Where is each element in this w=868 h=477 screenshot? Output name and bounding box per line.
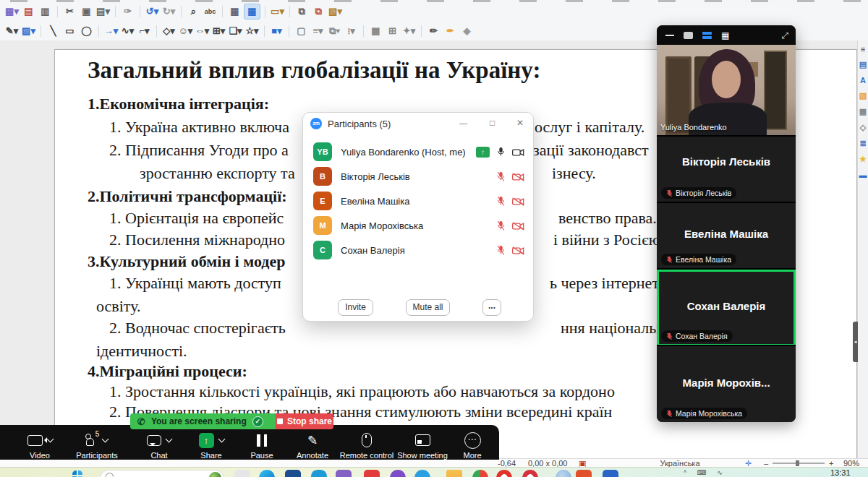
close-icon[interactable]: ✕ (516, 118, 524, 128)
pause-button[interactable]: Pause (237, 431, 287, 460)
table-grid-active-icon[interactable]: ▦ (244, 4, 260, 20)
sidebar-properties-icon[interactable]: ▤ (859, 60, 867, 69)
minimize-icon[interactable]: — (459, 119, 467, 127)
participants-header[interactable]: zm Participants (5) — □ ✕ (303, 113, 533, 134)
annotate-button[interactable]: ✎ Annotate (287, 431, 338, 460)
sidebar-hide-handle[interactable]: ◂ (853, 322, 858, 362)
taskbar-clock[interactable]: 13:31 (830, 468, 851, 477)
strip-view-icon[interactable] (702, 30, 712, 40)
speaker-view-icon[interactable] (684, 32, 693, 39)
clone-formatting-icon[interactable]: ✑ (120, 4, 135, 20)
maximize-icon[interactable]: □ (490, 118, 495, 128)
word-icon[interactable] (603, 470, 618, 477)
chevron-up-icon[interactable] (102, 436, 109, 443)
viber-icon[interactable] (390, 470, 406, 477)
participants-button[interactable]: 5 Participants (68, 431, 126, 460)
insert-text-box-icon[interactable]: ▭▾ (270, 4, 285, 20)
undo-icon[interactable]: ↺▾ (145, 4, 160, 20)
edit-points-icon[interactable]: ✏ (426, 23, 441, 39)
start-button[interactable] (72, 470, 82, 477)
find-replace-icon[interactable]: ⌕ (186, 4, 201, 20)
star-shapes-icon[interactable]: ☆▾ (244, 23, 260, 39)
shadow-icon[interactable]: ▩ (368, 23, 383, 39)
video-tile[interactable]: Марія Морохів... Марія Морохівська (657, 345, 796, 422)
onedrive-icon[interactable] (311, 470, 327, 477)
callout-shapes-icon[interactable]: ❑▾ (228, 23, 243, 39)
edge-icon[interactable] (259, 470, 275, 477)
opera-icon[interactable] (496, 470, 512, 477)
print-icon[interactable]: ▥ (38, 4, 53, 20)
cut-icon[interactable]: ✂ (62, 4, 77, 20)
sidebar-menu-icon[interactable]: ≡ (861, 45, 865, 53)
taskbar-search-box[interactable] (100, 470, 224, 477)
stop-share-button[interactable]: Stop share (276, 413, 333, 429)
distribute-icon[interactable]: ⁝▾ (344, 23, 359, 39)
chevron-up-icon[interactable] (218, 436, 225, 443)
line-arrow-icon[interactable]: →▾ (103, 23, 119, 39)
extrusion-icon[interactable]: ◆ (459, 23, 475, 39)
arrange-icon[interactable]: ⧉▾ (327, 23, 342, 39)
participant-row[interactable]: B Вікторія Леськів (303, 165, 533, 189)
basic-shapes-icon[interactable]: ◇▾ (161, 23, 176, 39)
frame-style-icon[interactable]: ▧▾ (328, 4, 343, 20)
block-arrows-icon[interactable]: ⇔▾ (195, 23, 210, 39)
fill-color-icon[interactable]: ▨▾ (21, 23, 36, 39)
curve-icon[interactable]: ∿▾ (120, 23, 135, 39)
align-objects-icon[interactable]: ≡▾ (310, 23, 326, 39)
globe-app-icon[interactable] (556, 470, 571, 477)
sidebar-gallery-icon[interactable]: ▧ (859, 91, 867, 100)
sidebar-page-icon[interactable]: ▬ (859, 171, 867, 179)
delete-frame-icon[interactable]: ⧉ (311, 4, 326, 20)
expand-video-icon[interactable]: ⤢ (781, 30, 788, 40)
chevron-up-icon[interactable] (166, 436, 173, 443)
chat-button[interactable]: Chat (134, 431, 184, 460)
show-meeting-button[interactable]: Show meeting (390, 431, 455, 460)
insert-frame-icon[interactable]: ⧉ (294, 4, 310, 20)
paste-icon[interactable]: ▤▾ (95, 4, 111, 20)
fontwork-icon[interactable]: ✒ (443, 23, 458, 39)
briefcase-app-icon[interactable] (285, 470, 301, 477)
crop-icon[interactable]: ⊞ (385, 23, 400, 39)
system-tray-icons[interactable]: ^ ⌨ ∿ (684, 469, 727, 476)
invite-button[interactable]: Invite (338, 299, 373, 316)
ellipse-icon[interactable]: ◯ (79, 23, 94, 39)
connector-icon[interactable]: ⌐▾ (137, 23, 152, 39)
video-tile[interactable]: Вікторія Леськів Вікторія Леськів (657, 135, 796, 203)
more-options-button[interactable]: ... (482, 299, 501, 316)
table-grid-icon[interactable]: ▦ (227, 4, 242, 20)
taskview-app-icon[interactable] (234, 470, 250, 477)
sidebar-design-icon[interactable]: ★ (859, 155, 867, 164)
sidebar-styles-icon[interactable]: A (860, 76, 866, 85)
office-app-icon[interactable] (336, 470, 352, 477)
video-button[interactable]: Video (14, 431, 65, 460)
gallery-view-icon[interactable]: ▦ (721, 30, 729, 40)
rectangle-icon[interactable]: ▭ (62, 23, 77, 39)
redo-icon[interactable]: ↻▾ (161, 4, 176, 20)
minimize-video-icon[interactable] (665, 35, 674, 36)
file-explorer-icon[interactable] (446, 470, 462, 477)
opera-gx-icon[interactable] (522, 470, 538, 477)
participant-row[interactable]: E Евеліна Машіка (303, 189, 533, 213)
image-filter-icon[interactable]: ✦▾ (401, 23, 417, 39)
more-button[interactable]: ⋯ More (451, 431, 494, 460)
symbol-shapes-icon[interactable]: ☺▾ (178, 23, 193, 39)
zoom-slider-handle[interactable] (796, 460, 799, 466)
participant-row[interactable]: YB Yuliya Bondarenko (Host, me) ↑ (303, 140, 533, 164)
select-icon[interactable]: ▢ (294, 23, 309, 39)
sidebar-manage-changes-icon[interactable]: ≣ (859, 139, 866, 148)
flowchart-icon[interactable]: ⊞▾ (211, 23, 226, 39)
video-tile[interactable]: Евеліна Машіка Евеліна Машіка (657, 202, 796, 270)
copy-icon[interactable]: ▣ (79, 4, 94, 20)
red-app-icon[interactable] (364, 470, 380, 477)
share-button[interactable]: ↑ Share (186, 431, 237, 460)
sidebar-navigator-icon[interactable]: ▦ (859, 107, 867, 116)
spelling-icon[interactable]: abc (203, 4, 218, 20)
security-shield-icon[interactable]: ✓ (252, 416, 263, 427)
3d-objects-icon[interactable]: ■▾ (269, 23, 284, 39)
powerpoint-icon[interactable] (576, 470, 592, 477)
save-icon[interactable]: ▦▾ (4, 4, 20, 20)
chevron-up-icon[interactable] (46, 436, 54, 443)
participant-row[interactable]: C Сохан Валерія (303, 239, 533, 262)
export-pdf-icon[interactable]: ▤ (21, 4, 36, 20)
video-tile-active-speaker[interactable]: Сохан Валерія Сохан Валерія (657, 268, 796, 346)
